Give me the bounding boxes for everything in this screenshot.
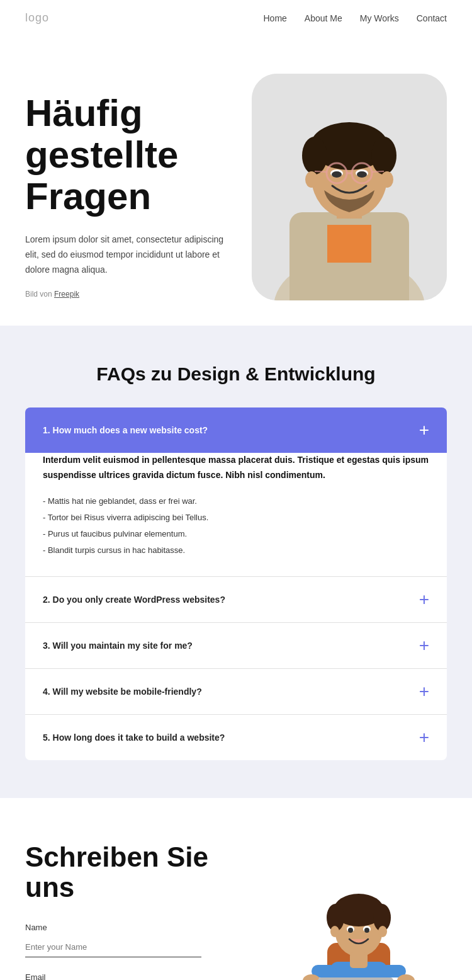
svg-point-50 — [330, 926, 339, 937]
svg-point-49 — [364, 928, 369, 933]
contact-person-illustration — [283, 855, 434, 980]
faq-question-text: 4. Will my website be mobile-friendly? — [43, 687, 202, 697]
faq-plus-icon: + — [419, 683, 429, 700]
faq-question-text: 3. Will you maintain my site for me? — [43, 641, 193, 651]
faq-question[interactable]: 2. Do you only create WordPress websites… — [25, 577, 447, 622]
nav-about[interactable]: About Me — [305, 13, 342, 23]
contact-name-label: Name — [25, 923, 258, 932]
contact-email-label: Email — [25, 972, 258, 980]
faq-list: 1. How much does a new website cost? + I… — [25, 407, 447, 760]
hero-description: Lorem ipsum dolor sit amet, consectetur … — [25, 232, 239, 277]
faq-answer-bold: Interdum velit euismod in pellentesque m… — [43, 453, 429, 483]
nav-home[interactable]: Home — [263, 13, 286, 23]
faq-question[interactable]: 5. How long does it take to build a webs… — [25, 715, 447, 760]
contact-form-area: Schreiben Sie uns Name Email EINREICHEN … — [25, 842, 258, 980]
svg-point-14 — [357, 171, 367, 178]
faq-question[interactable]: 4. Will my website be mobile-friendly? + — [25, 669, 447, 714]
nav-works[interactable]: My Works — [360, 13, 399, 23]
contact-title: Schreiben Sie uns — [25, 842, 258, 903]
contact-section: Schreiben Sie uns Name Email EINREICHEN … — [0, 798, 472, 980]
contact-name-input[interactable] — [25, 937, 201, 957]
faq-question-text: 5. How long does it take to build a webs… — [43, 732, 225, 743]
faq-answer: Interdum velit euismod in pellentesque m… — [25, 453, 447, 576]
svg-point-13 — [332, 171, 342, 178]
nav-contact[interactable]: Contact — [417, 13, 447, 23]
svg-rect-3 — [327, 225, 371, 263]
svg-point-10 — [381, 171, 393, 188]
faq-plus-icon: + — [419, 591, 429, 608]
hero-image — [252, 74, 447, 300]
svg-point-7 — [302, 137, 327, 174]
hero-credit-link[interactable]: Freepik — [54, 290, 79, 299]
faq-list-item: Mattis hat nie geblandet, dass er frei w… — [43, 493, 429, 510]
faq-plus-icon: + — [419, 421, 429, 439]
navigation: logo Home About Me My Works Contact — [0, 0, 472, 36]
hero-text: Häufig gestellte Fragen Lorem ipsum dolo… — [25, 74, 239, 299]
svg-point-9 — [305, 171, 318, 188]
hero-credit: Bild von Freepik — [25, 290, 239, 299]
svg-rect-38 — [318, 977, 393, 980]
faq-list-item: Blandit turpis cursus in hac habitasse. — [43, 542, 429, 559]
hero-title: Häufig gestellte Fragen — [25, 93, 239, 217]
faq-item-3: 3. Will you maintain my site for me? + — [25, 623, 447, 669]
hero-person-illustration — [252, 74, 447, 300]
faq-list-item: Purus ut faucibus pulvinar elementum. — [43, 526, 429, 542]
svg-point-8 — [371, 137, 396, 174]
faq-item-5: 5. How long does it take to build a webs… — [25, 715, 447, 760]
faq-item-2: 2. Do you only create WordPress websites… — [25, 577, 447, 623]
faq-item-4: 4. Will my website be mobile-friendly? + — [25, 669, 447, 715]
faq-item-1: 1. How much does a new website cost? + I… — [25, 407, 447, 577]
logo: logo — [25, 11, 49, 25]
faq-plus-icon: + — [419, 637, 429, 654]
svg-line-18 — [315, 171, 327, 172]
faq-section: FAQs zu Design & Entwicklung 1. How much… — [0, 326, 472, 798]
faq-question[interactable]: 3. Will you maintain my site for me? + — [25, 623, 447, 668]
contact-email-field: Email — [25, 972, 258, 980]
faq-question-text: 2. Do you only create WordPress websites… — [43, 595, 225, 605]
svg-rect-52 — [350, 952, 368, 968]
nav-links: Home About Me My Works Contact — [263, 13, 447, 24]
hero-section: Häufig gestellte Fragen Lorem ipsum dolo… — [0, 36, 472, 326]
contact-illustration — [271, 842, 447, 980]
contact-name-field: Name — [25, 923, 258, 957]
faq-list-item: Tortor bei Risus viverra adipiscing bei … — [43, 510, 429, 526]
faq-answer-list: Mattis hat nie geblandet, dass er frei w… — [43, 493, 429, 559]
svg-point-51 — [378, 926, 387, 937]
svg-line-19 — [372, 171, 384, 172]
svg-point-48 — [348, 928, 353, 933]
faq-question[interactable]: 1. How much does a new website cost? + — [25, 407, 447, 453]
faq-plus-icon: + — [419, 729, 429, 746]
faq-question-text: 1. How much does a new website cost? — [43, 425, 208, 435]
faq-section-title: FAQs zu Design & Entwicklung — [25, 363, 447, 385]
